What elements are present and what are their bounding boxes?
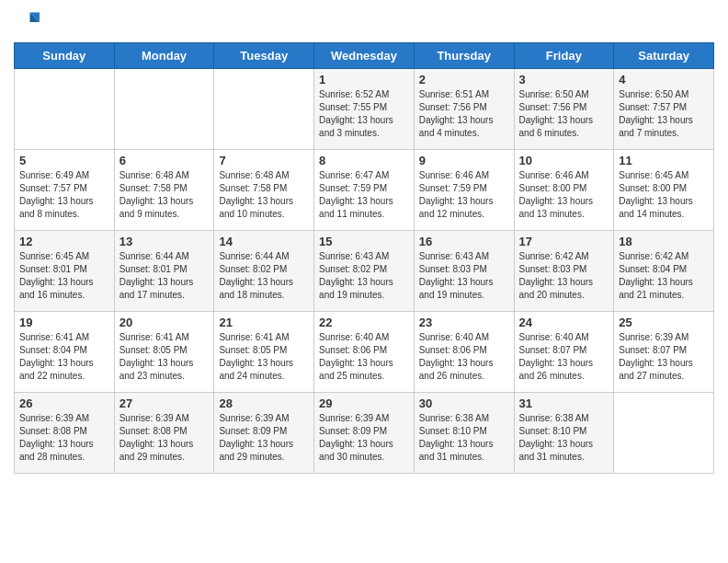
cell-info: Sunrise: 6:39 AM Sunset: 8:07 PM Dayligh… [619,331,709,383]
cell-info: Sunrise: 6:40 AM Sunset: 8:07 PM Dayligh… [519,331,609,383]
day-number: 18 [619,235,709,248]
cell-day-19: 19Sunrise: 6:41 AM Sunset: 8:04 PM Dayli… [15,312,115,393]
cell-info: Sunrise: 6:41 AM Sunset: 8:05 PM Dayligh… [119,331,210,383]
cell-day-15: 15Sunrise: 6:43 AM Sunset: 8:02 PM Dayli… [314,231,415,312]
cell-info: Sunrise: 6:42 AM Sunset: 8:04 PM Dayligh… [619,250,709,302]
cell-info: Sunrise: 6:40 AM Sunset: 8:06 PM Dayligh… [319,331,409,383]
cell-day-empty [114,69,214,150]
cell-info: Sunrise: 6:46 AM Sunset: 7:59 PM Dayligh… [419,169,509,221]
cell-info: Sunrise: 6:40 AM Sunset: 8:06 PM Dayligh… [419,331,509,383]
cell-day-8: 8Sunrise: 6:47 AM Sunset: 7:59 PM Daylig… [314,150,415,231]
col-header-saturday: Saturday [614,43,714,69]
day-number: 24 [519,316,609,329]
cell-day-27: 27Sunrise: 6:39 AM Sunset: 8:08 PM Dayli… [114,393,214,474]
cell-day-29: 29Sunrise: 6:39 AM Sunset: 8:09 PM Dayli… [314,393,415,474]
day-number: 15 [319,235,409,248]
cell-info: Sunrise: 6:45 AM Sunset: 8:00 PM Dayligh… [619,169,709,221]
cell-day-11: 11Sunrise: 6:45 AM Sunset: 8:00 PM Dayli… [614,150,714,231]
cell-info: Sunrise: 6:43 AM Sunset: 8:02 PM Dayligh… [319,250,409,302]
cell-day-22: 22Sunrise: 6:40 AM Sunset: 8:06 PM Dayli… [314,312,415,393]
day-number: 2 [419,73,509,86]
cell-info: Sunrise: 6:47 AM Sunset: 7:59 PM Dayligh… [319,169,409,221]
cell-info: Sunrise: 6:44 AM Sunset: 8:02 PM Dayligh… [219,250,309,302]
cell-day-1: 1Sunrise: 6:52 AM Sunset: 7:55 PM Daylig… [314,69,415,150]
calendar-header-row: SundayMondayTuesdayWednesdayThursdayFrid… [15,43,714,69]
cell-info: Sunrise: 6:49 AM Sunset: 7:57 PM Dayligh… [19,169,109,221]
week-row-1: 1Sunrise: 6:52 AM Sunset: 7:55 PM Daylig… [15,69,714,150]
day-number: 9 [419,154,509,167]
cell-info: Sunrise: 6:38 AM Sunset: 8:10 PM Dayligh… [419,412,509,464]
cell-info: Sunrise: 6:48 AM Sunset: 7:58 PM Dayligh… [219,169,309,221]
day-number: 31 [519,396,609,410]
col-header-monday: Monday [114,43,214,69]
cell-day-5: 5Sunrise: 6:49 AM Sunset: 7:57 PM Daylig… [15,150,115,231]
day-number: 29 [319,396,409,410]
day-number: 7 [219,154,309,167]
cell-info: Sunrise: 6:39 AM Sunset: 8:08 PM Dayligh… [19,412,109,464]
cell-day-25: 25Sunrise: 6:39 AM Sunset: 8:07 PM Dayli… [614,312,714,393]
cell-day-30: 30Sunrise: 6:38 AM Sunset: 8:10 PM Dayli… [414,393,514,474]
col-header-tuesday: Tuesday [214,43,314,69]
day-number: 26 [19,396,109,410]
col-header-sunday: Sunday [15,43,115,69]
cell-day-empty [614,393,714,474]
col-header-thursday: Thursday [414,43,514,69]
cell-day-7: 7Sunrise: 6:48 AM Sunset: 7:58 PM Daylig… [214,150,314,231]
cell-day-28: 28Sunrise: 6:39 AM Sunset: 8:09 PM Dayli… [214,393,314,474]
day-number: 11 [619,154,709,167]
cell-info: Sunrise: 6:50 AM Sunset: 7:56 PM Dayligh… [519,88,609,140]
cell-day-6: 6Sunrise: 6:48 AM Sunset: 7:58 PM Daylig… [114,150,214,231]
cell-day-23: 23Sunrise: 6:40 AM Sunset: 8:06 PM Dayli… [414,312,514,393]
day-number: 3 [519,73,609,86]
cell-day-13: 13Sunrise: 6:44 AM Sunset: 8:01 PM Dayli… [114,231,214,312]
cell-day-empty [15,69,115,150]
cell-day-16: 16Sunrise: 6:43 AM Sunset: 8:03 PM Dayli… [414,231,514,312]
col-header-friday: Friday [514,43,614,69]
cell-info: Sunrise: 6:50 AM Sunset: 7:57 PM Dayligh… [619,88,709,140]
cell-day-20: 20Sunrise: 6:41 AM Sunset: 8:05 PM Dayli… [114,312,214,393]
day-number: 1 [319,73,409,86]
cell-info: Sunrise: 6:46 AM Sunset: 8:00 PM Dayligh… [519,169,609,221]
day-number: 13 [119,235,210,248]
cell-info: Sunrise: 6:41 AM Sunset: 8:04 PM Dayligh… [19,331,109,383]
day-number: 4 [619,73,709,86]
cell-day-12: 12Sunrise: 6:45 AM Sunset: 8:01 PM Dayli… [15,231,115,312]
cell-day-4: 4Sunrise: 6:50 AM Sunset: 7:57 PM Daylig… [614,69,714,150]
week-row-2: 5Sunrise: 6:49 AM Sunset: 7:57 PM Daylig… [15,150,714,231]
week-row-4: 19Sunrise: 6:41 AM Sunset: 8:04 PM Dayli… [15,312,714,393]
day-number: 27 [119,396,210,410]
logo [14,9,43,35]
cell-day-2: 2Sunrise: 6:51 AM Sunset: 7:56 PM Daylig… [414,69,514,150]
day-number: 20 [119,316,210,329]
day-number: 23 [419,316,509,329]
col-header-wednesday: Wednesday [314,43,415,69]
cell-day-17: 17Sunrise: 6:42 AM Sunset: 8:03 PM Dayli… [514,231,614,312]
day-number: 19 [19,316,109,329]
logo-icon [14,9,40,35]
header [14,9,714,35]
day-number: 21 [219,316,309,329]
cell-info: Sunrise: 6:41 AM Sunset: 8:05 PM Dayligh… [219,331,309,383]
week-row-5: 26Sunrise: 6:39 AM Sunset: 8:08 PM Dayli… [15,393,714,474]
page: SundayMondayTuesdayWednesdayThursdayFrid… [0,0,728,488]
cell-info: Sunrise: 6:39 AM Sunset: 8:09 PM Dayligh… [219,412,309,464]
cell-day-21: 21Sunrise: 6:41 AM Sunset: 8:05 PM Dayli… [214,312,314,393]
day-number: 16 [419,235,509,248]
day-number: 10 [519,154,609,167]
day-number: 25 [619,316,709,329]
cell-info: Sunrise: 6:43 AM Sunset: 8:03 PM Dayligh… [419,250,509,302]
day-number: 28 [219,396,309,410]
day-number: 22 [319,316,409,329]
cell-info: Sunrise: 6:44 AM Sunset: 8:01 PM Dayligh… [119,250,210,302]
day-number: 17 [519,235,609,248]
cell-info: Sunrise: 6:48 AM Sunset: 7:58 PM Dayligh… [119,169,210,221]
cell-day-empty [214,69,314,150]
calendar-table: SundayMondayTuesdayWednesdayThursdayFrid… [14,42,714,474]
week-row-3: 12Sunrise: 6:45 AM Sunset: 8:01 PM Dayli… [15,231,714,312]
cell-info: Sunrise: 6:52 AM Sunset: 7:55 PM Dayligh… [319,88,409,140]
cell-day-3: 3Sunrise: 6:50 AM Sunset: 7:56 PM Daylig… [514,69,614,150]
cell-day-10: 10Sunrise: 6:46 AM Sunset: 8:00 PM Dayli… [514,150,614,231]
day-number: 12 [19,235,109,248]
cell-day-14: 14Sunrise: 6:44 AM Sunset: 8:02 PM Dayli… [214,231,314,312]
cell-info: Sunrise: 6:42 AM Sunset: 8:03 PM Dayligh… [519,250,609,302]
